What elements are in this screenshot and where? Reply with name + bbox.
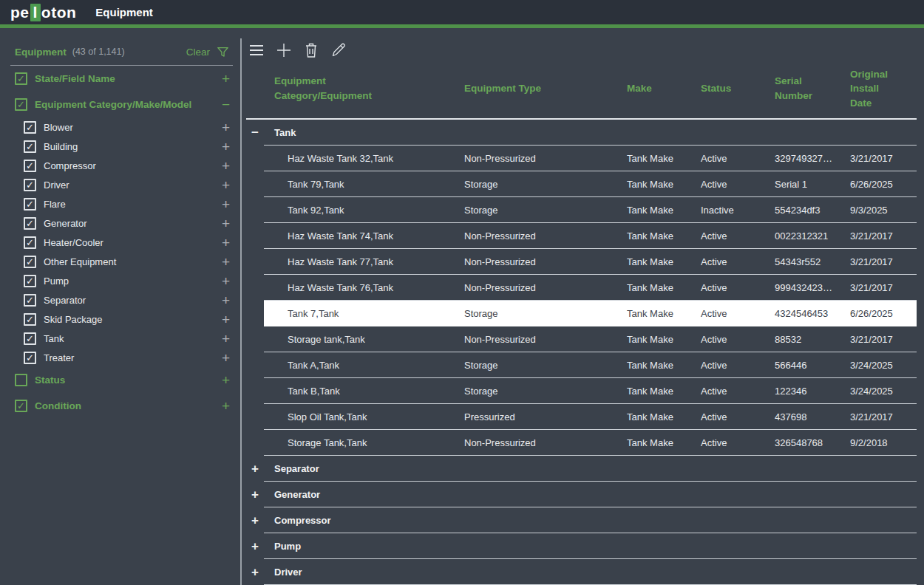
row-cells: Haz Waste Tank 77,TankNon-PressurizedTan… [264, 249, 917, 275]
filter-item-pump[interactable]: ✓Pump+ [0, 271, 240, 290]
checkbox-checked-icon[interactable]: ✓ [24, 160, 36, 172]
expand-icon[interactable]: + [222, 373, 230, 387]
checkbox-checked-icon[interactable]: ✓ [24, 352, 36, 364]
column-header-equipment-category-equipment[interactable]: Equipment Category/Equipment [264, 74, 456, 103]
group-row-generator[interactable]: +Generator [246, 482, 917, 507]
expand-icon[interactable]: + [222, 399, 230, 413]
column-header-original-install-date[interactable]: Original Install Date [842, 67, 917, 111]
table-row[interactable]: Slop Oil Tank,TankPressurizedTank MakeAc… [246, 404, 917, 430]
row-cells: Tank 79,TankStorageTank MakeActiveSerial… [264, 171, 917, 197]
expand-icon[interactable]: + [222, 255, 230, 269]
table-row-selected[interactable]: Tank 7,TankStorageTank MakeActive4324546… [246, 301, 917, 326]
filter-item-heater-cooler[interactable]: ✓Heater/Cooler+ [0, 233, 240, 252]
edit-icon[interactable] [330, 41, 347, 59]
delete-icon[interactable] [302, 41, 320, 59]
expand-icon[interactable]: + [222, 120, 230, 134]
table-row[interactable]: Storage tank,TankNon-PressurizedTank Mak… [246, 326, 917, 352]
checkbox-checked-icon[interactable]: ✓ [24, 140, 36, 153]
filter-item-generator[interactable]: ✓Generator+ [0, 213, 240, 233]
expand-icon[interactable]: + [222, 274, 230, 288]
group-row-pump[interactable]: +Pump [246, 533, 917, 559]
table-row[interactable]: Tank A,TankStorageTank MakeActive5664463… [246, 352, 917, 378]
expand-icon[interactable]: + [222, 72, 230, 86]
checkbox-checked-icon[interactable]: ✓ [24, 275, 36, 287]
expand-icon[interactable]: + [222, 197, 230, 211]
column-header-make[interactable]: Make [619, 81, 693, 96]
funnel-icon[interactable] [216, 45, 230, 59]
expand-group-icon[interactable]: + [246, 533, 264, 559]
table-row[interactable]: Haz Waste Tank 74,TankNon-PressurizedTan… [246, 223, 917, 249]
expand-group-icon[interactable]: + [246, 507, 264, 533]
checkbox-checked-icon[interactable]: ✓ [15, 400, 27, 412]
filter-item-skid-package[interactable]: ✓Skid Package+ [0, 309, 240, 329]
column-header-serial-number[interactable]: Serial Number [767, 74, 842, 103]
table-row[interactable]: Haz Waste Tank 32,TankNon-PressurizedTan… [246, 146, 917, 171]
add-icon[interactable] [275, 41, 293, 59]
filter-item-condition[interactable]: ✓Condition+ [0, 393, 240, 419]
filter-item-other-equipment[interactable]: ✓Other Equipment+ [0, 252, 240, 271]
expand-icon[interactable]: + [222, 140, 230, 154]
filter-item-driver[interactable]: ✓Driver+ [0, 175, 240, 194]
table-row[interactable]: Tank 92,TankStorageTank MakeInactive5542… [246, 197, 917, 223]
filter-item-tank[interactable]: ✓Tank+ [0, 329, 240, 348]
filter-item-state-field-name[interactable]: ✓State/Field Name+ [0, 66, 240, 92]
table-row[interactable]: Haz Waste Tank 76,TankNon-PressurizedTan… [246, 275, 917, 301]
column-header-equipment-type[interactable]: Equipment Type [456, 81, 619, 96]
cell-make: Tank Make [619, 153, 693, 164]
group-row-compressor[interactable]: +Compressor [246, 507, 917, 533]
expand-icon[interactable]: − [222, 98, 230, 112]
checkbox-checked-icon[interactable]: ✓ [24, 294, 36, 307]
checkbox-checked-icon[interactable]: ✓ [15, 72, 27, 85]
group-row-tank[interactable]: −Tank [246, 120, 917, 146]
expand-group-icon[interactable]: + [246, 456, 264, 482]
table-row[interactable]: Haz Waste Tank 77,TankNon-PressurizedTan… [246, 249, 917, 275]
grid-header-row: Equipment Category/EquipmentEquipment Ty… [246, 59, 917, 120]
group-row-cells: Compressor [264, 507, 917, 533]
filter-item-building[interactable]: ✓Building+ [0, 137, 240, 156]
menu-icon[interactable] [248, 41, 265, 59]
checkbox-checked-icon[interactable]: ✓ [15, 98, 27, 111]
checkbox-unchecked-icon[interactable] [15, 374, 27, 386]
expand-icon[interactable]: + [222, 293, 230, 307]
clear-filters-button[interactable]: Clear [186, 47, 210, 58]
checkbox-checked-icon[interactable]: ✓ [24, 217, 36, 230]
checkbox-checked-icon[interactable]: ✓ [24, 313, 36, 326]
expand-icon[interactable]: + [222, 178, 230, 192]
checkbox-checked-icon[interactable]: ✓ [24, 236, 36, 249]
filter-item-treater[interactable]: ✓Treater+ [0, 348, 240, 367]
checkbox-checked-icon[interactable]: ✓ [24, 198, 36, 211]
table-row[interactable]: Storage Tank,TankNon-PressurizedTank Mak… [246, 430, 917, 456]
cell-equipment: Tank A,Tank [264, 360, 456, 371]
checkbox-checked-icon[interactable]: ✓ [24, 121, 36, 134]
expand-icon[interactable]: + [222, 216, 230, 230]
cell-type: Storage [456, 360, 619, 371]
column-header-status[interactable]: Status [693, 81, 767, 96]
checkbox-checked-icon[interactable]: ✓ [24, 332, 36, 345]
filter-item-label: Tank [44, 333, 222, 344]
expand-icon[interactable]: + [222, 332, 230, 346]
filter-item-status[interactable]: Status+ [0, 367, 240, 393]
checkbox-checked-icon[interactable]: ✓ [24, 256, 36, 268]
cell-status: Active [693, 308, 767, 319]
expand-group-icon[interactable]: + [246, 482, 264, 507]
expand-group-icon[interactable]: + [246, 559, 264, 585]
cell-status: Inactive [693, 205, 767, 216]
filter-item-equipment-category-make-model[interactable]: ✓Equipment Category/Make/Model− [0, 92, 240, 117]
expand-icon[interactable]: + [222, 312, 230, 326]
filter-item-blower[interactable]: ✓Blower+ [0, 117, 240, 137]
table-row[interactable]: Tank B,TankStorageTank MakeActive1223463… [246, 378, 917, 404]
group-row-separator[interactable]: +Separator [246, 456, 917, 482]
logo-green-block: l [30, 4, 41, 21]
table-row[interactable]: Tank 79,TankStorageTank MakeActiveSerial… [246, 171, 917, 197]
group-row-driver[interactable]: +Driver [246, 559, 917, 585]
cell-status: Active [693, 256, 767, 267]
checkbox-checked-icon[interactable]: ✓ [24, 179, 36, 191]
filter-item-separator[interactable]: ✓Separator+ [0, 290, 240, 309]
filter-item-flare[interactable]: ✓Flare+ [0, 194, 240, 213]
filter-item-compressor[interactable]: ✓Compressor+ [0, 156, 240, 175]
expand-icon[interactable]: + [222, 236, 230, 250]
expand-icon[interactable]: + [222, 351, 230, 365]
collapse-group-icon[interactable]: − [246, 120, 264, 146]
cell-serial: 326548768 [767, 437, 842, 448]
expand-icon[interactable]: + [222, 159, 230, 173]
